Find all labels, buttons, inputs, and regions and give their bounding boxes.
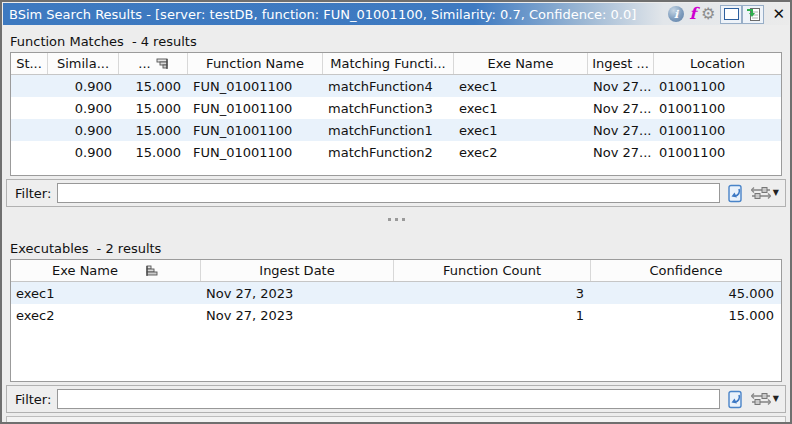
cell-function-count: 1 xyxy=(394,304,591,326)
filter-input[interactable] xyxy=(57,183,719,203)
titlebar: BSim Search Results - [server: testDB, f… xyxy=(3,3,789,25)
splitter-handle[interactable] xyxy=(2,207,790,232)
titlebar-actions: i f ⚙ ✕ xyxy=(668,5,785,24)
cell-ingest-date: Nov 27, 2023 xyxy=(201,304,394,326)
col-matching-function[interactable]: Matching Functi... xyxy=(323,53,454,74)
cell-ingest-date: Nov 27... xyxy=(588,75,654,97)
col-ingest-date[interactable]: Ingest Date xyxy=(201,260,394,281)
close-icon[interactable]: ✕ xyxy=(772,7,785,22)
executables-body: exec1 Nov 27, 2023 3 45.000 exec2 Nov 27… xyxy=(11,282,781,381)
col-confidence-label: ... xyxy=(138,56,150,71)
cell-confidence: 15.000 xyxy=(119,75,188,97)
cell-confidence: 45.000 xyxy=(591,282,781,304)
gear-icon[interactable]: ⚙ xyxy=(701,6,715,22)
col-similarity[interactable]: Simila... xyxy=(48,53,119,74)
cell-ingest-date: Nov 27... xyxy=(588,119,654,141)
cell-function-name: FUN_01001100 xyxy=(188,119,323,141)
cell-confidence: 15.000 xyxy=(591,304,781,326)
cell-exe-name: exec2 xyxy=(11,304,201,326)
col-ingest-date[interactable]: Ingest ... xyxy=(588,53,654,74)
window-title: BSim Search Results - [server: testDB, f… xyxy=(9,7,668,22)
cell-location: 01001100 xyxy=(654,119,781,141)
table-row[interactable]: 0.900 15.000 FUN_01001100 matchFunction2… xyxy=(11,141,781,163)
col-exe-name[interactable]: Exe Name xyxy=(11,260,201,281)
function-icon[interactable]: f xyxy=(689,6,696,22)
window-glyph-icon xyxy=(724,8,739,20)
cell-matching-function: matchFunction3 xyxy=(323,97,454,119)
filter-label: Filter: xyxy=(15,392,51,407)
executables-header: Exe Name Ingest Date Function Count Conf… xyxy=(11,260,781,282)
executables-count: - 2 results xyxy=(97,241,162,256)
col-confidence[interactable]: Confidence xyxy=(591,260,781,281)
cell-function-count: 3 xyxy=(394,282,591,304)
filter-options-icon xyxy=(751,392,771,406)
executables-filterbar: Filter: ▼ xyxy=(6,385,786,413)
filter-options-button[interactable]: ▼ xyxy=(751,186,779,200)
cell-matching-function: matchFunction4 xyxy=(323,75,454,97)
bsim-search-results-window: BSim Search Results - [server: testDB, f… xyxy=(0,0,792,424)
cell-function-name: FUN_01001100 xyxy=(188,141,323,163)
cell-similarity: 0.900 xyxy=(48,141,119,163)
filter-input[interactable] xyxy=(57,389,719,409)
cell-status xyxy=(11,141,48,163)
cell-confidence: 15.000 xyxy=(119,97,188,119)
splitter-dot xyxy=(402,218,405,221)
table-row[interactable]: 0.900 15.000 FUN_01001100 matchFunction1… xyxy=(11,119,781,141)
cell-status xyxy=(11,97,48,119)
cell-exe-name: exec1 xyxy=(454,97,588,119)
cell-ingest-date: Nov 27... xyxy=(588,141,654,163)
cell-location: 01001100 xyxy=(654,97,781,119)
cell-exe-name: exec2 xyxy=(454,141,588,163)
cell-similarity: 0.900 xyxy=(48,97,119,119)
filter-options-button[interactable]: ▼ xyxy=(751,392,779,406)
cell-confidence: 15.000 xyxy=(119,119,188,141)
window-placement-icon[interactable] xyxy=(720,5,742,24)
col-location[interactable]: Location xyxy=(654,53,781,74)
function-matches-title: Function Matches xyxy=(10,34,124,49)
cell-ingest-date: Nov 27, 2023 xyxy=(201,282,394,304)
function-matches-header: St... Simila... ... Function Name Matchi… xyxy=(11,53,781,75)
table-row[interactable]: exec2 Nov 27, 2023 1 15.000 xyxy=(11,304,781,326)
sort-ascending-icon xyxy=(146,265,159,277)
table-row[interactable]: 0.900 15.000 FUN_01001100 matchFunction3… xyxy=(11,97,781,119)
splitter-dot xyxy=(395,218,398,221)
col-status[interactable]: St... xyxy=(11,53,48,74)
cell-function-name: FUN_01001100 xyxy=(188,97,323,119)
cell-status xyxy=(11,75,48,97)
filter-options-dropdown-arrow: ▼ xyxy=(773,395,779,403)
executables-table: Exe Name Ingest Date Function Count Conf… xyxy=(10,259,782,382)
snapshot-glyph-icon xyxy=(746,7,761,22)
splitter-dot xyxy=(388,218,391,221)
snapshot-icon[interactable] xyxy=(742,5,764,24)
create-column-filter-icon[interactable] xyxy=(726,390,745,409)
cell-location: 01001100 xyxy=(654,141,781,163)
col-function-name[interactable]: Function Name xyxy=(188,53,323,74)
cell-ingest-date: Nov 27... xyxy=(588,97,654,119)
function-matches-body: 0.900 15.000 FUN_01001100 matchFunction4… xyxy=(11,75,781,175)
status-bar xyxy=(6,416,786,424)
cell-similarity: 0.900 xyxy=(48,119,119,141)
function-matches-count: - 4 results xyxy=(132,34,197,49)
table-row[interactable]: exec1 Nov 27, 2023 3 45.000 xyxy=(11,282,781,304)
cell-location: 01001100 xyxy=(654,75,781,97)
cell-function-name: FUN_01001100 xyxy=(188,75,323,97)
executables-label: Executables- 2 results xyxy=(10,241,790,256)
cell-exe-name: exec1 xyxy=(454,119,588,141)
info-icon[interactable]: i xyxy=(668,6,684,22)
col-function-count[interactable]: Function Count xyxy=(394,260,591,281)
sort-descending-icon xyxy=(155,58,168,70)
cell-confidence: 15.000 xyxy=(119,141,188,163)
cell-exe-name: exec1 xyxy=(454,75,588,97)
filter-options-icon xyxy=(751,186,771,200)
cell-matching-function: matchFunction2 xyxy=(323,141,454,163)
executables-title: Executables xyxy=(10,241,89,256)
filter-options-dropdown-arrow: ▼ xyxy=(773,189,779,197)
cell-status xyxy=(11,119,48,141)
table-row[interactable]: 0.900 15.000 FUN_01001100 matchFunction4… xyxy=(11,75,781,97)
col-exe-name[interactable]: Exe Name xyxy=(454,53,588,74)
cell-exe-name: exec1 xyxy=(11,282,201,304)
col-exe-name-label: Exe Name xyxy=(52,263,118,278)
create-column-filter-icon[interactable] xyxy=(726,184,745,203)
function-matches-label: Function Matches- 4 results xyxy=(10,34,790,49)
col-confidence[interactable]: ... xyxy=(119,53,188,74)
